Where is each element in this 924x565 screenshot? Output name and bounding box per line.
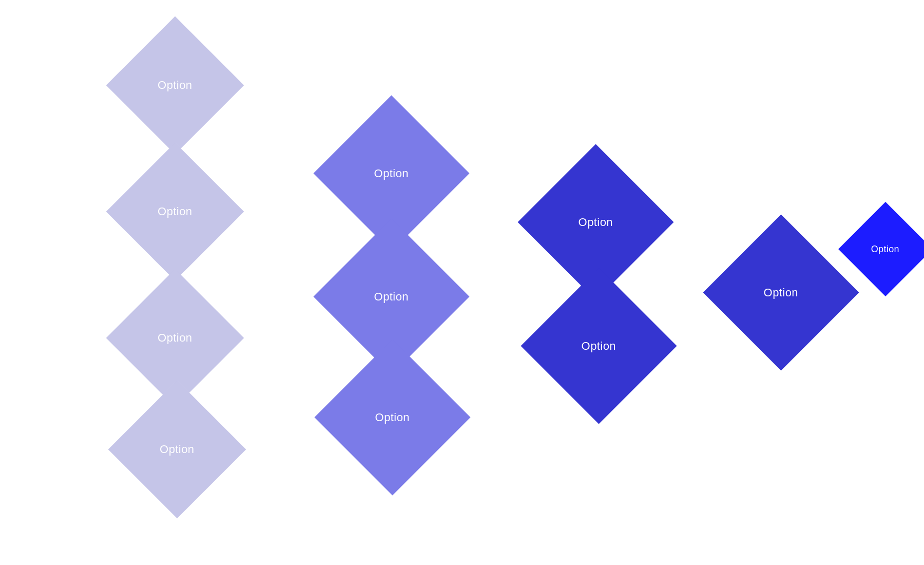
diamond-label-col2-2: Option	[374, 290, 409, 304]
diamond-label-col1-3: Option	[158, 331, 192, 345]
diamond-col3-2[interactable]: Option	[521, 268, 677, 424]
diamond-label-col4-1: Option	[764, 286, 798, 299]
diamond-label-col1-2: Option	[158, 205, 192, 218]
diamond-col5-1[interactable]: Option	[838, 202, 924, 296]
diamond-label-col5-1: Option	[871, 243, 899, 254]
canvas: Option Option Option Option Option Optio…	[0, 0, 924, 565]
diamond-label-col1-4: Option	[160, 443, 194, 456]
diamond-col1-4[interactable]: Option	[108, 381, 246, 519]
diamond-col1-1[interactable]: Option	[106, 16, 244, 155]
diamond-label-col2-3: Option	[375, 411, 410, 424]
diamond-label-col1-1: Option	[158, 79, 192, 92]
diamond-col2-3[interactable]: Option	[314, 339, 470, 495]
diamond-col1-2[interactable]: Option	[106, 143, 244, 281]
diamond-label-col2-1: Option	[374, 167, 409, 180]
diamond-label-col3-1: Option	[579, 216, 613, 229]
diamond-col4-1[interactable]: Option	[703, 214, 859, 370]
diamond-label-col3-2: Option	[582, 340, 616, 353]
